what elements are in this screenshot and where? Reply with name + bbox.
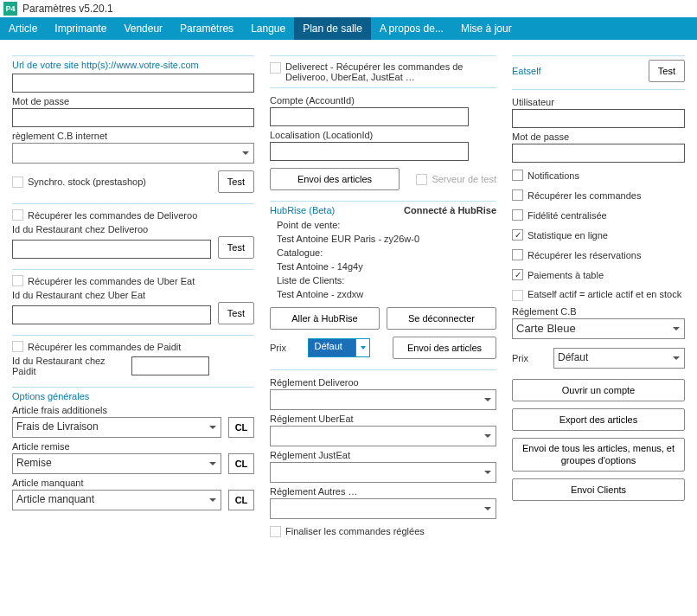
catalog-label: Catalogue:	[277, 247, 496, 260]
disconnect-button[interactable]: Se déconnecter	[387, 307, 496, 330]
article-manquant-label: Article manquant	[12, 478, 254, 488]
cl-button-remise[interactable]: CL	[228, 453, 254, 474]
ubereat-id-label: Id du Restaurant chez Uber Eat	[12, 290, 254, 300]
envoi-articles-button-hubrise[interactable]: Envoi des articles	[393, 337, 496, 359]
article-remise-label: Article remise	[12, 441, 254, 452]
envoi-articles-button-deliverect[interactable]: Envoi des articles	[270, 168, 400, 190]
actif-label: Eatself actif = article actif et en stoc…	[528, 289, 681, 299]
deliverect-label: Deliverect - Récupérer les commandes de …	[285, 61, 496, 82]
cb-reg-label: règlement C.B internet	[12, 131, 254, 141]
user-label: Utilisateur	[512, 97, 685, 107]
go-hubrise-button[interactable]: Aller à HubRise	[270, 307, 380, 330]
export-articles-button[interactable]: Export des articles	[512, 408, 685, 431]
paidit-id-input[interactable]	[131, 356, 209, 375]
cl-button-frais[interactable]: CL	[228, 417, 254, 438]
menu-item-vendeur[interactable]: Vendeur	[115, 17, 171, 40]
menubar: ArticleImprimanteVendeurParamètresLangue…	[0, 17, 697, 40]
menu-item-a-propos-de-[interactable]: A propos de...	[371, 17, 452, 40]
location-input[interactable]	[270, 142, 469, 161]
recup-cmd-checkbox[interactable]	[512, 189, 523, 201]
server-test-label: Serveur de test	[432, 174, 496, 184]
reg-justeat-combo[interactable]	[270, 462, 496, 483]
reg-justeat-label: Réglement JustEat	[270, 450, 496, 460]
window-title: Paramètres v5.20.1	[22, 3, 113, 15]
menu-item-mise-jour[interactable]: Mise à jour	[452, 17, 521, 40]
test-button-site[interactable]: Test	[218, 170, 254, 193]
stat-label: Statistique en ligne	[528, 230, 608, 241]
paiements-checkbox[interactable]	[512, 269, 523, 280]
menu-item-langue[interactable]: Langue	[242, 17, 294, 40]
article-frais-combo[interactable]: Frais de Livraison	[12, 417, 221, 438]
envoi-clients-button[interactable]: Envoi Clients	[512, 478, 685, 501]
article-frais-label: Article frais additionels	[12, 405, 254, 415]
menu-item-imprimante[interactable]: Imprimante	[46, 17, 115, 40]
paidit-recup-label: Récupérer les commandes de Paidit	[28, 342, 181, 352]
eatself-label: Eatself	[512, 66, 541, 76]
titlebar: P4 Paramètres v5.20.1	[0, 0, 697, 17]
notifications-label: Notifications	[528, 170, 579, 181]
reg-ubereat-label: Réglement UberEat	[270, 414, 496, 424]
account-label: Compte (AccountId)	[270, 95, 496, 106]
menu-item-plan-de-salle[interactable]: Plan de salle	[294, 17, 371, 40]
reg-autres-combo[interactable]	[270, 498, 496, 519]
prix-label-eatself: Prix	[512, 353, 545, 363]
ouvrir-compte-button[interactable]: Ouvrir un compte	[512, 379, 685, 401]
cb-reg-combo[interactable]	[12, 143, 254, 164]
ubereat-recup-label: Récupérer les commandes de Uber Eat	[28, 276, 195, 286]
reg-autres-label: Réglement Autres …	[270, 486, 496, 497]
cl-button-manquant[interactable]: CL	[228, 490, 254, 510]
prix-combo-eatself[interactable]: Défaut	[553, 348, 685, 369]
deliveroo-id-label: Id du Restaurant chez Deliveroo	[12, 224, 254, 234]
deliveroo-recup-label: Récupérer les commandes de Deliveroo	[28, 210, 197, 221]
test-button-ubereat[interactable]: Test	[218, 302, 254, 324]
notifications-checkbox[interactable]	[512, 170, 523, 181]
deliveroo-id-input[interactable]	[12, 240, 211, 259]
catalog-value: Test Antoine - 14g4y	[277, 260, 496, 274]
test-button-eatself[interactable]: Test	[649, 60, 685, 82]
menu-item-article[interactable]: Article	[0, 17, 46, 40]
sync-stock-checkbox[interactable]	[12, 176, 23, 188]
paiements-label: Paiements à table	[528, 270, 604, 280]
reserv-checkbox[interactable]	[512, 249, 523, 260]
deliveroo-recup-checkbox[interactable]	[12, 209, 23, 221]
reg-cb-combo[interactable]: Carte Bleue	[512, 318, 685, 339]
recup-cmd-label: Récupérer les commandes	[528, 190, 641, 201]
pwd-input-eatself[interactable]	[512, 144, 685, 163]
actif-checkbox[interactable]	[512, 290, 523, 301]
clients-label: Liste de Clients:	[277, 274, 496, 288]
ubereat-recup-checkbox[interactable]	[12, 275, 23, 286]
pwd-label-eatself: Mot de passe	[512, 132, 685, 142]
app-icon: P4	[3, 2, 17, 16]
account-input[interactable]	[270, 107, 469, 126]
paidit-id-label: Id du Restaurant chez Paidit	[12, 356, 125, 376]
pos-value: Test Antoine EUR Paris - zy26w-0	[277, 233, 496, 247]
finaliser-checkbox[interactable]	[270, 526, 281, 537]
sync-stock-label: Synchro. stock (prestashop)	[28, 176, 146, 187]
fidelite-checkbox[interactable]	[512, 209, 523, 221]
url-input[interactable]	[12, 74, 254, 93]
stat-checkbox[interactable]	[512, 229, 523, 241]
paidit-recup-checkbox[interactable]	[12, 341, 23, 352]
menu-item-param-tres[interactable]: Paramètres	[171, 17, 242, 40]
prix-label-hubrise: Prix	[270, 343, 286, 353]
user-input[interactable]	[512, 109, 685, 128]
server-test-checkbox[interactable]	[416, 174, 427, 185]
reg-cb-label: Réglement C.B	[512, 306, 685, 317]
article-remise-combo[interactable]: Remise	[12, 453, 221, 474]
hubrise-label: HubRise (Beta)	[270, 205, 335, 215]
pwd-label: Mot de passe	[12, 96, 254, 106]
deliverect-checkbox[interactable]	[270, 62, 281, 74]
article-manquant-combo[interactable]: Article manquant	[12, 490, 221, 510]
reg-deliveroo-combo[interactable]	[270, 389, 496, 410]
pos-label: Point de vente:	[277, 219, 496, 233]
prix-combo-hubrise[interactable]: Défaut	[308, 338, 370, 357]
reg-ubereat-combo[interactable]	[270, 426, 496, 446]
test-button-deliveroo[interactable]: Test	[218, 236, 254, 259]
options-header: Options générales	[12, 391, 254, 401]
pwd-input[interactable]	[12, 108, 254, 127]
hubrise-status: Connecté à HubRise	[404, 205, 496, 215]
reserv-label: Récupérer les réservations	[528, 250, 641, 260]
ubereat-id-input[interactable]	[12, 305, 211, 324]
reg-deliveroo-label: Réglement Deliveroo	[270, 377, 496, 388]
envoi-all-button[interactable]: Envoi de tous les articles, menus, et gr…	[512, 438, 685, 472]
